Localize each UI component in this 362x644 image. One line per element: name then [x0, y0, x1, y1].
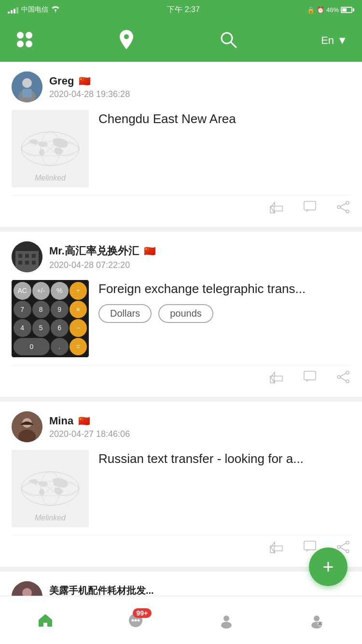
post-thumbnail: Melinked [12, 450, 89, 527]
post-text-area: Foreign exchange telegraphic trans... Do… [98, 280, 350, 357]
share-button[interactable] [336, 200, 350, 217]
share-button[interactable] [336, 370, 350, 387]
bottom-nav: 99+ [0, 596, 362, 644]
post-title: Foreign exchange telegraphic trans... [98, 280, 350, 297]
post-actions [12, 195, 350, 217]
svg-rect-27 [25, 261, 29, 265]
battery-icon [341, 7, 354, 13]
battery-percent: 46% [326, 6, 339, 14]
nav-tab-home[interactable] [37, 612, 54, 629]
svg-point-66 [223, 616, 229, 621]
avatar [12, 411, 42, 442]
post-text-area: Russian text transfer - looking for a... [98, 450, 350, 527]
user-flag: 🇨🇳 [79, 75, 91, 87]
svg-point-16 [346, 201, 349, 204]
user-info: Mina 🇨🇳 2020-04-27 18:46:06 [49, 415, 350, 439]
comment-button[interactable] [303, 200, 317, 217]
nav-tab-chat[interactable]: 99+ [127, 612, 144, 629]
svg-point-64 [135, 619, 137, 621]
post-title: Chengdu East New Area [98, 110, 350, 127]
username: 美露手机配件耗材批发... [49, 584, 154, 597]
svg-point-7 [22, 78, 32, 88]
nav-tab-settings[interactable] [308, 612, 325, 629]
post-content: Melinked Russian text transfer - looking… [12, 450, 350, 527]
tag-dollars[interactable]: Dollars [98, 304, 152, 323]
svg-point-65 [138, 619, 140, 621]
svg-point-17 [346, 210, 349, 213]
status-bar: 中国电信 下午 2:37 🔒 ⏰ 46% [0, 0, 362, 19]
tag-pounds[interactable]: pounds [158, 304, 213, 323]
calculator-image: AC +/- % ÷ 7 8 9 × 4 5 6 − 0 . = [12, 280, 89, 357]
search-icon[interactable] [219, 30, 238, 51]
avatar [12, 241, 42, 272]
location-icon[interactable] [118, 29, 135, 52]
svg-rect-28 [32, 261, 36, 265]
svg-point-18 [337, 206, 340, 209]
username: Greg [49, 75, 74, 87]
post-timestamp: 2020-04-27 18:46:06 [49, 429, 350, 439]
username: Mina [49, 415, 73, 427]
alarm-icon: ⏰ [317, 6, 324, 14]
feed: Greg 🇨🇳 2020-04-28 19:36:28 [0, 62, 362, 644]
wifi-icon [51, 6, 60, 14]
svg-point-0 [17, 32, 24, 39]
status-right: 🔒 ⏰ 46% [307, 6, 354, 14]
signal-icon [8, 6, 18, 14]
user-info: Greg 🇨🇳 2020-04-28 19:36:28 [49, 75, 350, 99]
svg-point-68 [314, 616, 320, 621]
apps-icon[interactable] [14, 29, 35, 52]
svg-point-47 [346, 550, 349, 553]
watermark: Melinked [35, 514, 66, 522]
svg-rect-23 [18, 254, 22, 258]
svg-rect-29 [304, 371, 316, 380]
tag-row: Dollars pounds [98, 304, 350, 323]
fab-add-button[interactable]: + [309, 547, 348, 586]
like-button[interactable] [269, 200, 284, 217]
like-button[interactable] [269, 370, 284, 387]
svg-rect-43 [304, 541, 316, 550]
svg-line-19 [340, 203, 346, 207]
svg-rect-25 [32, 254, 36, 258]
user-info: Mr.高汇率兑换外汇 🇨🇳 2020-04-28 07:22:20 [49, 244, 350, 270]
nav-bar: En ▼ [0, 19, 362, 62]
svg-line-50 [340, 547, 346, 551]
comment-button[interactable] [303, 370, 317, 387]
status-time: 下午 2:37 [167, 5, 200, 15]
svg-line-5 [231, 42, 236, 47]
svg-point-67 [221, 622, 232, 629]
post-thumbnail: Melinked [12, 110, 89, 187]
post-actions [12, 535, 350, 557]
post-content: AC +/- % ÷ 7 8 9 × 4 5 6 − 0 . = [12, 280, 350, 357]
user-flag: 🇨🇳 [78, 415, 90, 427]
post-card: Greg 🇨🇳 2020-04-28 19:36:28 [0, 62, 362, 227]
svg-point-33 [346, 380, 349, 383]
carrier-label: 中国电信 [21, 5, 48, 14]
status-left: 中国电信 [8, 5, 60, 14]
post-header: Mina 🇨🇳 2020-04-27 18:46:06 [12, 411, 350, 442]
post-content: Melinked Chengdu East New Area [12, 110, 350, 187]
post-header: Mr.高汇率兑换外汇 🇨🇳 2020-04-28 07:22:20 [12, 241, 350, 272]
watermark: Melinked [35, 174, 66, 182]
svg-line-35 [340, 373, 346, 377]
like-button[interactable] [269, 540, 284, 557]
svg-point-63 [132, 619, 134, 621]
svg-point-3 [26, 41, 32, 47]
svg-line-49 [340, 543, 346, 546]
language-selector[interactable]: En ▼ [321, 34, 348, 47]
post-title: Russian text transfer - looking for a... [98, 450, 350, 467]
svg-rect-26 [18, 261, 22, 265]
svg-point-46 [346, 541, 349, 544]
nav-tab-contacts[interactable] [218, 612, 235, 629]
svg-point-34 [337, 376, 340, 378]
post-thumbnail: AC +/- % ÷ 7 8 9 × 4 5 6 − 0 . = [12, 280, 89, 357]
chat-badge: 99+ [133, 608, 152, 618]
post-header: Greg 🇨🇳 2020-04-28 19:36:28 [12, 71, 350, 102]
svg-line-36 [340, 378, 346, 381]
post-card: Mina 🇨🇳 2020-04-27 18:46:06 [0, 402, 362, 567]
svg-point-32 [346, 371, 349, 374]
svg-point-48 [337, 546, 340, 548]
svg-point-1 [26, 32, 32, 39]
user-flag: 🇨🇳 [144, 245, 156, 257]
post-card: Mr.高汇率兑换外汇 🇨🇳 2020-04-28 07:22:20 AC +/-… [0, 232, 362, 397]
post-timestamp: 2020-04-28 19:36:28 [49, 89, 350, 99]
